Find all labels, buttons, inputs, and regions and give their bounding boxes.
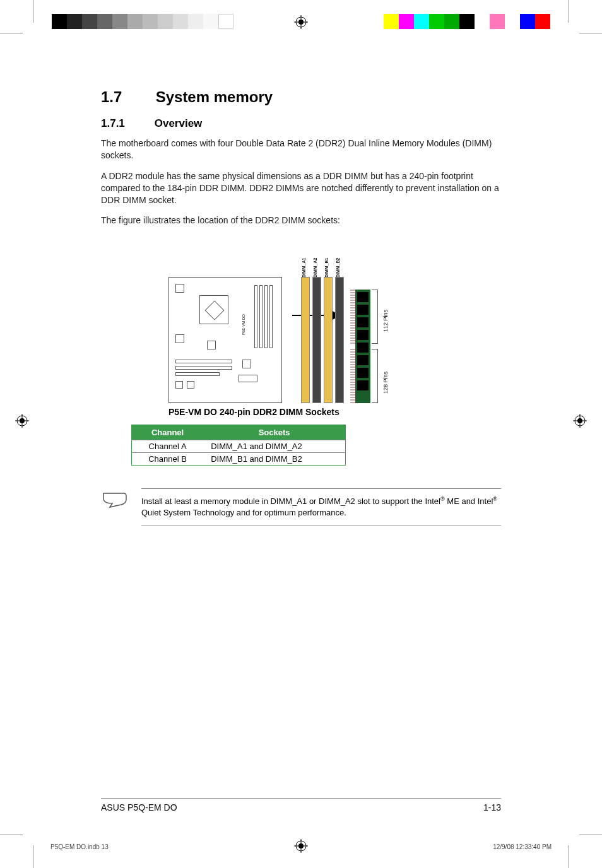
print-filename: P5Q-EM DO.indb 13 (50, 843, 109, 850)
crop-mark (579, 835, 602, 835)
section-heading: 1.7 System memory (101, 88, 501, 106)
footer-page-number: 1-13 (483, 802, 501, 812)
note-callout: Install at least a memory module in DIMM… (101, 488, 501, 525)
body-paragraph: The figure illustrates the location of t… (101, 214, 501, 226)
pin-count-label: 128 Pins (382, 372, 389, 394)
page-footer: ASUS P5Q-EM DO 1-13 (101, 798, 501, 812)
registration-mark-icon (573, 414, 587, 428)
crop-mark (569, 0, 569, 23)
grayscale-calibration-bar (52, 14, 233, 29)
crop-mark (579, 33, 602, 33)
dimm-closeup-diagram: DIMM_A1 DIMM_A2 DIMM_B1 DIMM_B2 (301, 252, 370, 403)
table-cell: Channel B (132, 453, 204, 466)
table-header: Sockets (203, 425, 345, 440)
footer-product-name: ASUS P5Q-EM DO (101, 802, 177, 812)
body-paragraph: The motherboard comes with four Double D… (101, 138, 501, 161)
note-icon (101, 488, 129, 513)
table-cell: Channel A (132, 440, 204, 453)
crop-mark (569, 845, 569, 868)
channel-sockets-table: Channel Sockets Channel A DIMM_A1 and DI… (131, 425, 346, 466)
dimm-module-diagram: 112 Pins 128 Pins (350, 290, 370, 403)
pin-count-label: 112 Pins (382, 310, 389, 332)
table-header: Channel (132, 425, 204, 440)
subsection-title: Overview (155, 117, 203, 129)
table-cell: DIMM_B1 and DIMM_B2 (203, 453, 345, 466)
dimm-slot-label: DIMM_A1 (302, 258, 306, 278)
print-timestamp: 12/9/08 12:33:40 PM (493, 843, 552, 850)
section-number: 1.7 (101, 88, 151, 106)
body-paragraph: A DDR2 module has the same physical dime… (101, 170, 501, 206)
crop-mark (0, 33, 23, 33)
section-title: System memory (156, 88, 273, 105)
subsection-number: 1.7.1 (101, 117, 151, 130)
dimm-location-figure: P5E-VM DO DIMM_A1 DIMM_A2 DIMM_B1 DIMM_B… (168, 239, 434, 417)
board-model-label: P5E-VM DO (242, 314, 245, 335)
figure-caption: P5E-VM DO 240-pin DDR2 DIMM Sockets (168, 407, 434, 417)
page-content: 1.7 System memory 1.7.1 Overview The mot… (38, 38, 564, 830)
dimm-slot-label: DIMM_B1 (324, 258, 329, 278)
dimm-slot-label: DIMM_B2 (336, 258, 340, 278)
cpu-socket-icon (199, 295, 228, 324)
dimm-slot-label: DIMM_A2 (313, 258, 317, 278)
note-text: Install at least a memory module in DIMM… (141, 488, 501, 525)
subsection-heading: 1.7.1 Overview (101, 117, 501, 130)
color-calibration-bar (369, 14, 550, 29)
table-row: Channel A DIMM_A1 and DIMM_A2 (132, 440, 346, 453)
crop-mark (0, 835, 23, 835)
crop-mark (33, 845, 33, 868)
registration-mark-icon (294, 15, 308, 29)
table-cell: DIMM_A1 and DIMM_A2 (203, 440, 345, 453)
crop-mark (33, 0, 33, 23)
registration-mark-icon (15, 414, 29, 428)
dimm-sockets-icon (254, 285, 273, 348)
print-metadata-footer: P5Q-EM DO.indb 13 12/9/08 12:33:40 PM (50, 843, 552, 850)
motherboard-diagram: P5E-VM DO (168, 277, 282, 403)
table-row: Channel B DIMM_B1 and DIMM_B2 (132, 453, 346, 466)
